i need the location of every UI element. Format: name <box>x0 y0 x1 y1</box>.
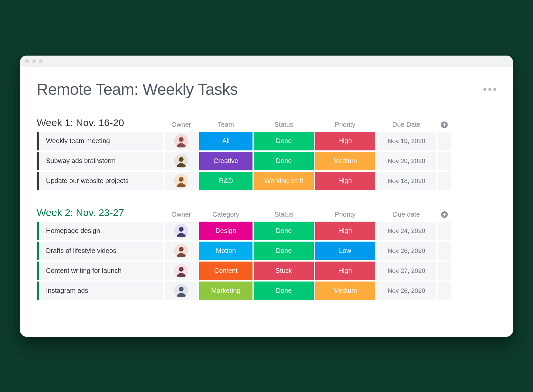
group-header: Week 2: Nov. 23-27OwnerCategoryStatusPri… <box>37 207 496 218</box>
svg-point-15 <box>179 247 184 252</box>
task-row[interactable]: Subway ads brainstormCreativeDoneMediumN… <box>37 152 496 170</box>
row-end-cell <box>438 152 451 170</box>
svg-point-19 <box>179 287 184 292</box>
task-row[interactable]: Update our website projectsR&DWorking on… <box>37 172 496 190</box>
app-window: Remote Team: Weekly Tasks Week 1: Nov. 1… <box>20 56 513 337</box>
column-header[interactable]: Category <box>199 211 253 218</box>
category-cell[interactable]: Content <box>199 262 253 280</box>
status-cell[interactable]: Done <box>254 132 314 150</box>
window-control-minimize[interactable] <box>32 59 36 63</box>
task-name-cell[interactable]: Drafts of lifestyle videos <box>37 242 163 260</box>
status-cell[interactable]: Done <box>254 222 314 240</box>
status-cell[interactable]: Done <box>254 242 314 260</box>
svg-rect-2 <box>443 124 446 125</box>
status-cell[interactable]: Stuck <box>254 262 314 280</box>
column-header[interactable]: Status <box>254 211 314 218</box>
column-header[interactable]: Owner <box>165 211 198 218</box>
category-cell[interactable]: Marketing <box>199 282 253 300</box>
task-row[interactable]: Homepage designDesignDoneHighNov 24, 202… <box>37 222 496 240</box>
group-title[interactable]: Week 2: Nov. 23-27 <box>37 207 163 218</box>
window-control-maximize[interactable] <box>39 59 43 63</box>
status-cell[interactable]: Done <box>254 152 314 170</box>
task-group: Week 2: Nov. 23-27OwnerCategoryStatusPri… <box>37 207 496 300</box>
task-row[interactable]: Instagram adsMarketingDoneMediumNov 26, … <box>37 282 496 300</box>
avatar <box>174 284 188 298</box>
task-row[interactable]: Weekly team meetingAllDoneHighNov 19, 20… <box>37 132 496 150</box>
status-cell[interactable]: Working on it <box>254 172 314 190</box>
dot-icon <box>488 88 491 91</box>
category-cell[interactable]: Design <box>199 222 253 240</box>
category-cell[interactable]: Motion <box>199 242 253 260</box>
owner-cell[interactable] <box>165 172 198 190</box>
board-content: Remote Team: Weekly Tasks Week 1: Nov. 1… <box>20 67 513 337</box>
dot-icon <box>493 88 496 91</box>
priority-cell[interactable]: High <box>315 132 375 150</box>
plus-icon <box>441 121 448 128</box>
row-end-cell <box>438 132 451 150</box>
svg-point-8 <box>179 177 184 182</box>
group-title[interactable]: Week 1: Nov. 16-20 <box>37 117 163 128</box>
priority-cell[interactable]: Medium <box>315 152 375 170</box>
board-title[interactable]: Remote Team: Weekly Tasks <box>37 80 238 98</box>
avatar <box>174 134 188 148</box>
task-name-cell[interactable]: Content writing for launch <box>37 262 163 280</box>
priority-cell[interactable]: Medium <box>315 282 375 300</box>
column-header[interactable]: Due Date <box>376 121 436 128</box>
category-cell[interactable]: R&D <box>199 172 253 190</box>
svg-point-17 <box>179 267 184 272</box>
row-end-cell <box>438 222 451 240</box>
due-date-cell[interactable]: Nov 26, 2020 <box>376 282 436 300</box>
svg-rect-11 <box>443 214 446 215</box>
column-header[interactable]: Status <box>254 121 314 128</box>
priority-cell[interactable]: Low <box>315 242 375 260</box>
category-cell[interactable]: Creative <box>199 152 253 170</box>
window-titlebar <box>20 56 513 67</box>
owner-cell[interactable] <box>165 262 198 280</box>
row-end-cell <box>438 172 451 190</box>
avatar <box>174 154 188 168</box>
task-name-cell[interactable]: Weekly team meeting <box>37 132 163 150</box>
column-header[interactable]: Priority <box>315 211 375 218</box>
dot-icon <box>483 88 486 91</box>
owner-cell[interactable] <box>165 282 198 300</box>
avatar <box>174 244 188 258</box>
due-date-cell[interactable]: Nov 24, 2020 <box>376 222 436 240</box>
task-name-cell[interactable]: Homepage design <box>37 222 163 240</box>
column-header[interactable]: Team <box>199 121 253 128</box>
task-row[interactable]: Drafts of lifestyle videosMotionDoneLowN… <box>37 242 496 260</box>
status-cell[interactable]: Done <box>254 282 314 300</box>
svg-point-13 <box>179 227 184 232</box>
owner-cell[interactable] <box>165 242 198 260</box>
svg-point-6 <box>179 157 184 162</box>
column-header[interactable]: Priority <box>315 121 375 128</box>
task-name-cell[interactable]: Subway ads brainstorm <box>37 152 163 170</box>
owner-cell[interactable] <box>165 222 198 240</box>
due-date-cell[interactable]: Nov 18, 2020 <box>376 172 436 190</box>
row-end-cell <box>438 242 451 260</box>
row-end-cell <box>438 262 451 280</box>
board-more-menu[interactable] <box>483 88 496 91</box>
add-column-button[interactable] <box>438 211 451 218</box>
priority-cell[interactable]: High <box>315 172 375 190</box>
due-date-cell[interactable]: Nov 19, 2020 <box>376 132 436 150</box>
owner-cell[interactable] <box>165 152 198 170</box>
group-header: Week 1: Nov. 16-20OwnerTeamStatusPriorit… <box>37 117 496 128</box>
row-end-cell <box>438 282 451 300</box>
due-date-cell[interactable]: Nov 27, 2020 <box>376 262 436 280</box>
category-cell[interactable]: All <box>199 132 253 150</box>
window-control-close[interactable] <box>25 59 29 63</box>
column-header[interactable]: Owner <box>165 121 198 128</box>
due-date-cell[interactable]: Nov 20, 2020 <box>376 152 436 170</box>
column-header[interactable]: Due date <box>376 211 436 218</box>
add-column-button[interactable] <box>438 121 451 128</box>
priority-cell[interactable]: High <box>315 262 375 280</box>
task-group: Week 1: Nov. 16-20OwnerTeamStatusPriorit… <box>37 117 496 190</box>
priority-cell[interactable]: High <box>315 222 375 240</box>
owner-cell[interactable] <box>165 132 198 150</box>
task-name-cell[interactable]: Instagram ads <box>37 282 163 300</box>
task-row[interactable]: Content writing for launchContentStuckHi… <box>37 262 496 280</box>
avatar <box>174 224 188 238</box>
task-name-cell[interactable]: Update our website projects <box>37 172 163 190</box>
due-date-cell[interactable]: Nov 26, 2020 <box>376 242 436 260</box>
avatar <box>174 264 188 278</box>
